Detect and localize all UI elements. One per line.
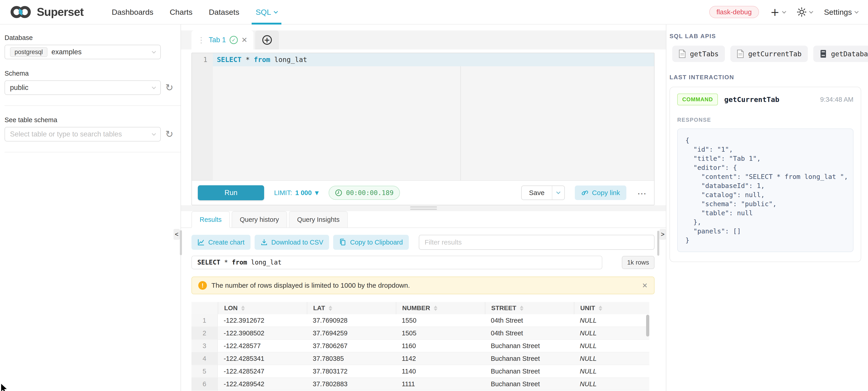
theme-menu-button[interactable] xyxy=(797,7,813,17)
chevron-down-icon xyxy=(274,9,278,13)
sort-icons[interactable] xyxy=(599,305,602,311)
results-table: LON LAT NUMBER STREET xyxy=(191,302,649,391)
close-tab-icon[interactable]: ✕ xyxy=(241,36,248,44)
sort-icons[interactable] xyxy=(434,305,437,311)
elapsed-timer-badge: 00:00:00.189 xyxy=(329,186,400,200)
row-number-header xyxy=(191,302,218,314)
last-interaction-card: COMMAND getCurrentTab 9:34:48 AM RESPONS… xyxy=(670,87,861,262)
alert-message: The number of rows displayed is limited … xyxy=(211,282,638,289)
chevron-down-icon xyxy=(152,85,156,89)
editor-tab-1[interactable]: ⋮ Tab 1 ✓ ✕ xyxy=(191,30,253,50)
vertical-scrollbar[interactable] xyxy=(180,230,182,255)
splitter-handle-icon[interactable] xyxy=(410,206,437,210)
database-select[interactable]: postgresql examples xyxy=(4,45,161,59)
table-row: 3 -122.428577 37.7806267 1160 Buchanan S… xyxy=(191,340,649,352)
download-icon xyxy=(260,239,268,246)
top-nav: Superset Dashboards Charts Datasets SQL … xyxy=(0,0,868,25)
drag-handle-icon[interactable]: ⋮ xyxy=(197,36,205,44)
main-nav: Dashboards Charts Datasets SQL xyxy=(103,0,285,24)
active-tab-indicator xyxy=(252,23,281,25)
refresh-tables-icon[interactable]: ↻ xyxy=(165,129,173,139)
api-chip-getdatabases[interactable]: getDatabases xyxy=(813,46,868,62)
table-row: 1 -122.3912672 37.7690928 1550 04th Stre… xyxy=(191,314,649,327)
results-panel: Create chart Download to CSV Copy to Cli… xyxy=(181,228,666,391)
editor-tab-title: Tab 1 xyxy=(209,36,226,44)
sql-code-line[interactable]: SELECT * from long_lat xyxy=(213,53,654,66)
copy-clipboard-button[interactable]: Copy to Clipboard xyxy=(333,235,409,250)
save-options-button[interactable] xyxy=(552,191,564,195)
divider xyxy=(4,152,181,152)
command-badge: COMMAND xyxy=(677,94,718,105)
table-select-placeholder: Select table or type to search tables xyxy=(10,130,148,138)
more-options-button[interactable]: … xyxy=(637,186,648,200)
sql-editor-container: 1 SELECT * from long_lat Run LIMIT: 1 00… xyxy=(191,53,654,205)
editor-toolbar: Run LIMIT: 1 000 ▼ 00:00:00.189 Save xyxy=(192,180,654,205)
query-preview: SELECT * from long_lat xyxy=(191,256,602,269)
left-panel: Database postgresql examples Schema publ… xyxy=(0,25,181,391)
editor-gutter xyxy=(192,53,213,180)
sun-icon xyxy=(797,7,806,17)
response-label: RESPONSE xyxy=(677,117,854,123)
results-tabstrip: Results Query history Query Insights xyxy=(181,211,666,228)
column-header-lon[interactable]: LON xyxy=(218,302,307,314)
db-engine-tag: postgresql xyxy=(10,47,48,57)
settings-menu-button[interactable]: Settings xyxy=(824,8,858,17)
nav-datasets[interactable]: Datasets xyxy=(200,0,247,24)
nav-charts[interactable]: Charts xyxy=(161,0,200,24)
sort-icons[interactable] xyxy=(520,305,524,311)
sql-editor[interactable]: 1 SELECT * from long_lat xyxy=(192,53,654,180)
run-button[interactable]: Run xyxy=(198,185,264,200)
row-count-badge: 1k rows xyxy=(622,256,654,269)
nav-dashboards[interactable]: Dashboards xyxy=(103,0,161,24)
schema-select[interactable]: public xyxy=(4,80,161,95)
close-alert-icon[interactable]: ✕ xyxy=(642,282,648,290)
download-csv-button[interactable]: Download to CSV xyxy=(255,235,329,250)
collapse-left-panel-button[interactable]: < xyxy=(174,229,180,240)
nav-sql[interactable]: SQL xyxy=(248,0,285,24)
mouse-cursor xyxy=(0,383,8,391)
save-button[interactable]: Save xyxy=(522,189,552,197)
tab-query-history[interactable]: Query history xyxy=(231,211,287,228)
tab-results[interactable]: Results xyxy=(191,211,230,228)
api-chip-gettabs[interactable]: getTabs xyxy=(672,46,725,62)
results-actions: Create chart Download to CSV Copy to Cli… xyxy=(191,235,654,250)
brand[interactable]: Superset xyxy=(9,0,84,24)
caret-down-icon: ▼ xyxy=(315,190,319,196)
refresh-schema-icon[interactable]: ↻ xyxy=(165,83,173,92)
sort-icons[interactable] xyxy=(241,305,245,311)
interaction-header: COMMAND getCurrentTab 9:34:48 AM xyxy=(677,94,854,105)
chart-icon xyxy=(197,239,205,246)
link-icon xyxy=(581,189,588,196)
vertical-scrollbar[interactable] xyxy=(646,315,649,336)
api-chip-getcurrenttab[interactable]: getCurrentTab xyxy=(731,46,808,62)
page-icon xyxy=(679,50,686,58)
plus-icon: + xyxy=(770,7,779,17)
copy-link-button[interactable]: Copy link xyxy=(575,186,626,200)
sql-lab-main: ⋮ Tab 1 ✓ ✕ + 1 SELECT * from long_lat R… xyxy=(181,25,666,391)
tab-query-insights[interactable]: Query Insights xyxy=(289,211,348,228)
circle-plus-icon: + xyxy=(262,35,272,45)
tab-saved-check-icon: ✓ xyxy=(229,36,238,44)
copy-icon xyxy=(339,239,346,246)
column-header-street[interactable]: STREET xyxy=(485,302,574,314)
table-select[interactable]: Select table or type to search tables xyxy=(4,127,161,141)
chevron-down-icon xyxy=(855,9,859,13)
column-header-lat[interactable]: LAT xyxy=(307,302,396,314)
filter-results-input[interactable] xyxy=(419,235,654,250)
new-menu-button[interactable]: + xyxy=(770,7,785,17)
limit-dropdown[interactable]: LIMIT: 1 000 ▼ xyxy=(274,189,319,197)
sort-icons[interactable] xyxy=(329,305,332,311)
table-header-row: LON LAT NUMBER STREET xyxy=(191,302,649,314)
vertical-scrollbar[interactable] xyxy=(657,231,659,256)
row-limit-alert: ! The number of rows displayed is limite… xyxy=(191,276,654,294)
create-chart-button[interactable]: Create chart xyxy=(191,235,250,250)
warning-icon: ! xyxy=(198,281,207,290)
collapse-right-panel-button[interactable]: > xyxy=(659,229,666,240)
database-label: Database xyxy=(4,34,181,41)
save-split-button[interactable]: Save xyxy=(521,186,565,200)
column-header-number[interactable]: NUMBER xyxy=(396,302,485,314)
add-tab-button[interactable]: + xyxy=(255,30,279,50)
column-header-unit[interactable]: UNIT xyxy=(574,302,649,314)
superset-logo-icon xyxy=(9,4,33,20)
response-block: { "id": "1", "title": "Tab 1", "editor":… xyxy=(677,129,854,252)
